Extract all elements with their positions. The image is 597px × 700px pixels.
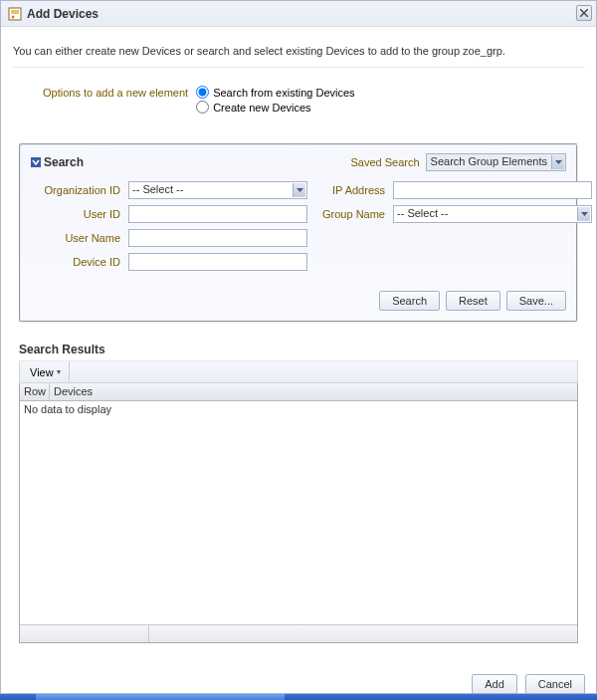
add-button[interactable]: Add [472, 674, 517, 694]
column-header-row[interactable]: Row [20, 383, 50, 400]
os-taskbar [0, 694, 597, 700]
results-table-header: Row Devices [20, 383, 577, 401]
svg-point-1 [12, 15, 15, 18]
organization-id-select[interactable]: -- Select -- [128, 181, 307, 199]
options-label: Options to add a new element [43, 86, 188, 99]
search-panel-title: Search [44, 155, 84, 169]
group-name-label: Group Name [315, 208, 385, 220]
radio-create-new[interactable]: Create new Devices [196, 101, 354, 114]
saved-search-label: Saved Search [351, 156, 420, 168]
organization-id-label: Organization ID [31, 184, 120, 196]
radio-create-new-input[interactable] [196, 101, 209, 114]
search-results-section: Search Results View ▾ Row Devices No dat… [19, 341, 578, 643]
instruction-text: You can either create new Devices or sea… [13, 39, 584, 68]
user-name-label: User Name [31, 232, 120, 244]
no-data-message: No data to display [20, 401, 577, 417]
search-results-title: Search Results [19, 341, 578, 361]
organization-id-value: -- Select -- [128, 181, 307, 199]
saved-search-value: Search Group Elements [426, 153, 566, 171]
radio-group: Search from existing Devices Create new … [196, 86, 354, 114]
device-id-label: Device ID [31, 256, 120, 268]
dialog-footer: Add Cancel [472, 674, 585, 694]
user-id-label: User ID [31, 208, 120, 220]
radio-search-existing[interactable]: Search from existing Devices [196, 86, 354, 99]
add-devices-dialog: Add Devices You can either create new De… [0, 0, 597, 694]
results-toolbar: View ▾ [19, 361, 578, 383]
group-name-select[interactable]: -- Select -- [393, 205, 592, 223]
radio-search-existing-input[interactable] [196, 86, 209, 99]
chevron-down-icon: ▾ [57, 367, 61, 376]
cancel-button[interactable]: Cancel [525, 674, 585, 694]
device-id-input[interactable] [128, 253, 307, 271]
save-button[interactable]: Save... [506, 291, 566, 311]
ip-address-input[interactable] [393, 181, 592, 199]
user-name-input[interactable] [128, 229, 307, 247]
dialog-content: You can either create new Devices or sea… [1, 27, 596, 655]
taskbar-item[interactable] [36, 694, 285, 700]
reset-button[interactable]: Reset [446, 291, 500, 311]
search-button[interactable]: Search [379, 291, 440, 311]
results-table-body: No data to display [20, 401, 577, 624]
results-table-footer [20, 624, 577, 642]
options-row: Options to add a new element Search from… [43, 86, 584, 114]
radio-create-new-label: Create new Devices [213, 102, 310, 114]
search-panel-buttons: Search Reset Save... [31, 291, 566, 311]
dialog-titlebar: Add Devices [1, 1, 596, 27]
saved-search-wrap: Saved Search Search Group Elements [351, 153, 567, 171]
view-menu-label: View [30, 366, 54, 378]
user-id-input[interactable] [128, 205, 307, 223]
dialog-icon [7, 6, 23, 22]
ip-address-label: IP Address [315, 184, 385, 196]
dialog-title: Add Devices [27, 7, 99, 21]
search-panel-header: Search Saved Search Search Group Element… [31, 153, 566, 171]
column-header-devices[interactable]: Devices [50, 383, 577, 400]
radio-search-existing-label: Search from existing Devices [213, 87, 354, 99]
results-table: Row Devices No data to display [19, 383, 578, 643]
footer-cell [20, 625, 149, 642]
chevron-down-icon [32, 158, 40, 166]
saved-search-select[interactable]: Search Group Elements [426, 153, 566, 171]
group-name-value: -- Select -- [393, 205, 592, 223]
search-panel: Search Saved Search Search Group Element… [19, 143, 578, 323]
view-menu[interactable]: View ▾ [20, 361, 70, 382]
search-form: Organization ID -- Select -- IP Address … [31, 181, 566, 271]
close-icon [580, 9, 588, 17]
collapse-toggle[interactable] [31, 157, 41, 167]
close-button[interactable] [576, 5, 592, 21]
